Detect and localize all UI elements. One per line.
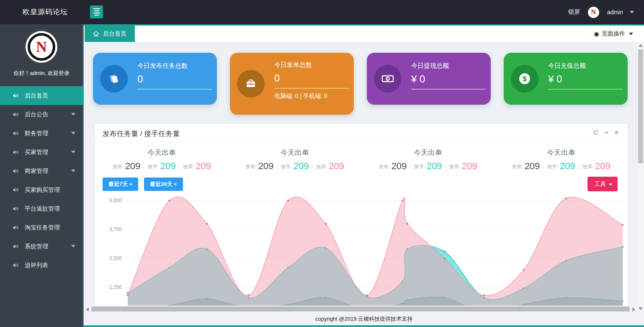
copy-notes-icon — [108, 72, 120, 85]
horizontal-scrollbar[interactable] — [84, 306, 637, 312]
vertical-scrollbar-thumb[interactable] — [638, 49, 643, 163]
today-stat-block: 今天出单 发布:209|接手:209|放弃:209 — [95, 148, 228, 172]
money-bill-icon: 1 — [381, 72, 394, 85]
volume-icon — [13, 224, 19, 231]
brand-title: 欧皇源码论坛 — [23, 0, 68, 24]
y-axis-tick-label: 3,750 — [109, 227, 122, 232]
volume-icon — [13, 187, 19, 193]
card-value: 0 — [274, 72, 348, 84]
sidebar-item-system[interactable]: 系统管理 — [0, 237, 83, 256]
today-stat-block: 今天出单 发布:209|接手:209|放弃:209 — [361, 148, 495, 172]
sidebar-toggle-button[interactable] — [90, 5, 103, 18]
last-30-days-button[interactable]: 最近30天 + — [144, 178, 183, 191]
topbar: 欧皇源码论坛 锁屏 N admin — [0, 0, 644, 24]
sidebar: N 你好！admin, 欢迎登录 后台首页 后台公告 财务管理 买家管理 — [0, 24, 84, 327]
card-value: ¥ 0 — [411, 73, 485, 85]
sidebar-item-platform-refunds[interactable]: 平台返款管理 — [0, 199, 83, 218]
volume-icon — [13, 93, 19, 99]
bottom-accent-strip — [84, 325, 644, 327]
volume-icon — [13, 206, 19, 212]
vertical-scrollbar[interactable] — [637, 42, 644, 312]
sidebar-item-merchants[interactable]: 商家管理 — [0, 162, 83, 180]
card-title: 今日发布任务总数 — [137, 62, 211, 70]
sidebar-item-buyers[interactable]: 买家管理 — [0, 143, 83, 162]
volume-icon — [13, 149, 19, 155]
volume-icon — [13, 262, 19, 268]
sidebar-item-review-list[interactable]: 追评列表 — [0, 256, 83, 275]
today-stat-block: 今天出单 发布:209|接手:209|放弃:209 — [495, 148, 628, 172]
topbar-right: 锁屏 N admin — [568, 0, 634, 24]
card-value: ¥ 0 — [548, 73, 622, 85]
panel-title: 发布任务量 / 接手任务量 — [103, 129, 180, 139]
last-7-days-button[interactable]: 最近7天 + — [103, 178, 138, 191]
chevron-down-icon — [71, 113, 75, 116]
tab-home[interactable]: 后台首页 — [85, 26, 135, 42]
hamburger-icon — [93, 8, 100, 9]
card-title: 今日发单总数 — [274, 61, 348, 69]
volume-icon — [13, 111, 19, 118]
chevron-down-icon — [608, 182, 612, 185]
stat-card-withdrawals: 1 今日提现总额 ¥ 0 — [367, 53, 491, 105]
horizontal-scrollbar-thumb[interactable] — [91, 306, 630, 312]
chevron-down-icon — [71, 132, 75, 134]
volume-icon — [13, 243, 19, 250]
card-underline — [411, 89, 486, 90]
dollar-circle-icon: $ — [518, 72, 532, 86]
chevron-down-icon — [71, 170, 75, 172]
y-axis-tick-label: 1,250 — [109, 284, 122, 290]
chevron-down-icon[interactable] — [630, 11, 634, 13]
footer: copyright @2019 云梭科技提供技术支持 — [84, 312, 644, 325]
sidebar-item-buyer-purchases[interactable]: 买家购买管理 — [0, 180, 83, 199]
stat-card-recharge: $ 今日充值总额 ¥ 0 — [504, 53, 628, 105]
sidebar-item-home[interactable]: 后台首页 — [0, 86, 83, 105]
welcome-text: 你好！admin, 欢迎登录 — [0, 70, 83, 77]
stat-card-publish-tasks: 今日发布任务总数 0 — [93, 53, 217, 105]
scroll-left-arrow[interactable] — [86, 307, 89, 312]
chevron-down-icon — [71, 151, 75, 153]
collapse-icon[interactable] — [604, 130, 609, 135]
copyright-text: copyright @2019 云梭科技提供技术支持 — [315, 315, 412, 323]
card-title: 今日提现总额 — [411, 62, 485, 70]
close-icon[interactable]: × — [615, 130, 618, 135]
refresh-icon[interactable] — [593, 130, 598, 135]
user-avatar[interactable]: N — [587, 5, 600, 19]
scroll-up-arrow[interactable] — [639, 44, 643, 47]
y-axis-tick-label: 5,000 — [109, 198, 122, 203]
stat-card-orders: 今日发单总数 0 电脑端: 0 | 手机端: 0 — [230, 53, 354, 115]
card-underline — [137, 89, 212, 90]
tasks-chart-panel: 发布任务量 / 接手任务量 × 今天出单 发布:209|接手:209|放弃:20… — [95, 124, 628, 306]
sidebar-menu: 后台首页 后台公告 财务管理 买家管理 商家管理 — [0, 86, 83, 275]
card-underline — [274, 88, 349, 89]
sidebar-item-announcements[interactable]: 后台公告 — [0, 105, 83, 124]
chevron-down-icon — [71, 245, 75, 247]
sidebar-item-taobao-tasks[interactable]: 淘宝任务管理 — [0, 218, 83, 237]
page-actions-button[interactable]: ◉ 页面操作 — [586, 26, 637, 42]
card-title: 今日充值总额 — [548, 62, 622, 70]
chevron-down-icon — [629, 33, 633, 35]
scroll-down-arrow[interactable] — [639, 307, 643, 310]
volume-icon — [13, 130, 19, 136]
user-menu[interactable]: admin — [607, 9, 623, 15]
admin-dashboard: 欧皇源码论坛 锁屏 N admin N 你好！admin, 欢迎登录 后台首页 … — [0, 0, 644, 327]
area-chart: 5,0003,7502,5001,250 — [95, 193, 628, 306]
svg-text:$: $ — [523, 75, 527, 83]
home-icon — [93, 31, 99, 37]
card-value: 0 — [137, 73, 211, 85]
svg-text:1: 1 — [387, 77, 389, 80]
scroll-right-arrow[interactable] — [632, 307, 635, 312]
tools-dropdown-button[interactable]: 工具 — [587, 177, 618, 191]
y-axis-tick-label: 2,500 — [109, 255, 122, 261]
card-underline — [548, 89, 623, 90]
today-stats-row: 今天出单 发布:209|接手:209|放弃:209 今天出单 发布:209|接手… — [95, 148, 628, 172]
briefcase-icon — [245, 77, 257, 90]
dot-circle-icon: ◉ — [594, 31, 599, 37]
sidebar-item-finance[interactable]: 财务管理 — [0, 124, 83, 143]
tab-bar: 后台首页 ◉ 页面操作 — [84, 24, 644, 42]
card-extra-text: 电脑端: 0 | 手机端: 0 — [274, 93, 348, 100]
volume-icon — [13, 168, 19, 174]
today-stat-block: 今天出单 发布:209|接手:209|放弃:209 — [228, 148, 361, 172]
site-logo: N — [26, 31, 57, 63]
lock-screen-link[interactable]: 锁屏 — [568, 8, 580, 16]
